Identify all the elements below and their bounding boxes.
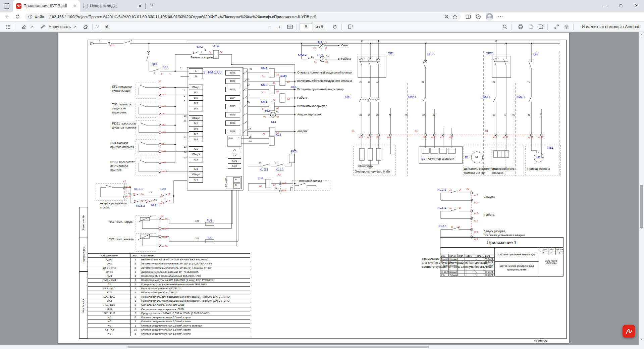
schematic-label: QF1	[388, 52, 394, 55]
menu-dots-icon[interactable]	[498, 14, 503, 19]
favorites-star-icon[interactable]	[452, 14, 458, 19]
schematic-label: KL4	[213, 45, 219, 48]
zoom-page-icon[interactable]	[444, 14, 449, 19]
schematic-label: кл.4	[387, 136, 391, 138]
schematic-label: кл.2	[474, 202, 478, 204]
url-field[interactable]: Файл 192.168.1.199/Project/Проекты%20НС/…	[25, 13, 461, 21]
schematic-label: X1	[352, 130, 355, 133]
schematic-label: X1	[415, 130, 418, 133]
print-icon[interactable]	[517, 23, 525, 31]
schematic-label: 24	[459, 189, 461, 191]
schematic-label: 38	[492, 81, 495, 83]
schematic-label: A2	[220, 51, 222, 53]
schematic-label: X2	[123, 180, 126, 183]
search-icon[interactable]	[501, 23, 509, 31]
schematic-label: 4	[154, 72, 155, 74]
toc-icon[interactable]	[4, 23, 12, 31]
schematic-label: Работа	[484, 213, 494, 216]
stage-headers: СтадияЛистЛистов	[539, 248, 563, 251]
zoom-in-icon[interactable]: +	[276, 23, 284, 31]
expand-icon[interactable]	[552, 23, 560, 31]
staff-header: Подпись	[474, 254, 484, 257]
read-aloud-icon[interactable]: A⁾	[95, 24, 99, 29]
schematic-label: кл.10	[162, 170, 167, 172]
tab-pdf[interactable]: PDF Приложение-ШУПВ.pdf ✕	[13, 0, 80, 12]
page-view-icon[interactable]	[346, 23, 355, 31]
back-icon[interactable]	[3, 13, 11, 21]
controller-terminal: Общ.1	[189, 85, 203, 90]
save-icon[interactable]	[527, 23, 535, 31]
draw-button-label[interactable]: Нарисовать	[49, 24, 71, 29]
controller-terminal: DI8	[189, 137, 203, 142]
scroll-down-icon[interactable]: ▼	[640, 338, 643, 341]
tab-close-icon[interactable]: ✕	[137, 3, 143, 9]
tab-close-icon[interactable]: ✕	[72, 3, 77, 9]
title-block-staff: Изм.Кол.учЛист№док.ПодписьДатаРазраб.Наф…	[440, 248, 495, 276]
schematic-label: ПЕ1	[547, 146, 553, 149]
schematic-label: 15	[184, 156, 186, 159]
zoom-out-icon[interactable]: −	[266, 23, 274, 31]
scrollbar-thumb[interactable]	[640, 185, 643, 229]
chevron-down-icon[interactable]	[73, 23, 77, 31]
profile-avatar[interactable]	[486, 13, 493, 20]
schematic-label: 22	[247, 84, 250, 86]
schematic-label: 37	[422, 114, 425, 116]
table-cell: 1	[131, 324, 140, 328]
staff-row: Н. контр.Шамилов∿03.2024	[440, 270, 494, 273]
table-cell: X0	[88, 315, 131, 319]
controller-terminal: Общ.4	[189, 172, 203, 177]
controller-terminal: AI4	[189, 177, 203, 183]
schematic-label: N	[433, 114, 435, 116]
schematic-label: X2	[160, 214, 164, 217]
schematic-label: КМ4.1	[517, 96, 525, 99]
chevron-down-icon[interactable]	[30, 23, 34, 31]
refresh-icon[interactable]	[13, 13, 21, 21]
minimize-button[interactable]: —	[598, 0, 613, 11]
vertical-scrollbar[interactable]: ▲ ▼	[639, 32, 644, 346]
save-as-icon[interactable]	[537, 23, 545, 31]
schematic-label: кл.1	[474, 194, 478, 196]
scroll-up-icon[interactable]: ▲	[640, 33, 643, 36]
controller-terminal: DO3	[225, 87, 240, 92]
eraser-icon[interactable]	[82, 23, 90, 31]
schematic-label: Сеть	[341, 44, 348, 47]
schematic-label: Авария идикация	[297, 113, 322, 116]
controller-terminal: DI3	[189, 101, 203, 106]
schematic-label: X2	[325, 61, 328, 63]
acrobat-floating-button[interactable]	[623, 325, 635, 338]
maximize-button[interactable]: ▢	[613, 0, 629, 11]
schematic-label: HL2	[317, 54, 323, 57]
schematic-label: 30	[359, 81, 362, 83]
new-tab-button[interactable]: +	[148, 1, 156, 9]
schematic-label: притока 0,2 кВт	[464, 171, 485, 174]
schematic-label: кл.1	[359, 136, 363, 138]
horizontal-scrollbar[interactable]	[0, 345, 644, 349]
schematic-label: 17	[149, 191, 152, 194]
staff-row: Разраб.Нафиков∿03.2024	[440, 257, 494, 261]
scrollbar-thumb[interactable]	[127, 346, 429, 348]
split-screen-icon[interactable]	[466, 14, 471, 19]
schematic-label: кл.7	[282, 182, 286, 184]
page-number-input[interactable]	[300, 23, 313, 30]
table-cell: Клемма соединительная 1,5 мм², синяя	[140, 332, 250, 336]
highlighter-icon[interactable]	[20, 23, 28, 31]
schematic-label: 14	[459, 207, 461, 209]
history-icon[interactable]	[476, 14, 481, 19]
fit-width-icon[interactable]	[286, 23, 294, 31]
schematic-label: Одна ступень	[358, 165, 373, 167]
settings-gear-icon[interactable]	[562, 23, 571, 31]
schematic-label: кл.3	[376, 136, 380, 138]
schematic-label: Работа	[341, 57, 351, 60]
rotate-icon[interactable]	[331, 23, 339, 31]
tab-newtab[interactable]: Новая вкладка ✕	[80, 0, 145, 12]
draw-pen-icon[interactable]	[39, 23, 47, 31]
schematic-label: 11	[184, 120, 186, 122]
browser-window: PDF Приложение-ШУПВ.pdf ✕ Новая вкладка …	[0, 0, 644, 349]
edit-with-acrobat-button[interactable]: Изменить с помощью Acrobat	[582, 24, 639, 29]
workspaces-icon[interactable]	[4, 3, 9, 9]
translate-icon[interactable]: аѣ	[105, 24, 109, 29]
table-cell: 1	[131, 307, 140, 311]
schematic-label: кл.6	[431, 136, 435, 138]
close-button[interactable]: ✕	[629, 0, 644, 11]
controller-terminal: AI3	[189, 166, 203, 172]
